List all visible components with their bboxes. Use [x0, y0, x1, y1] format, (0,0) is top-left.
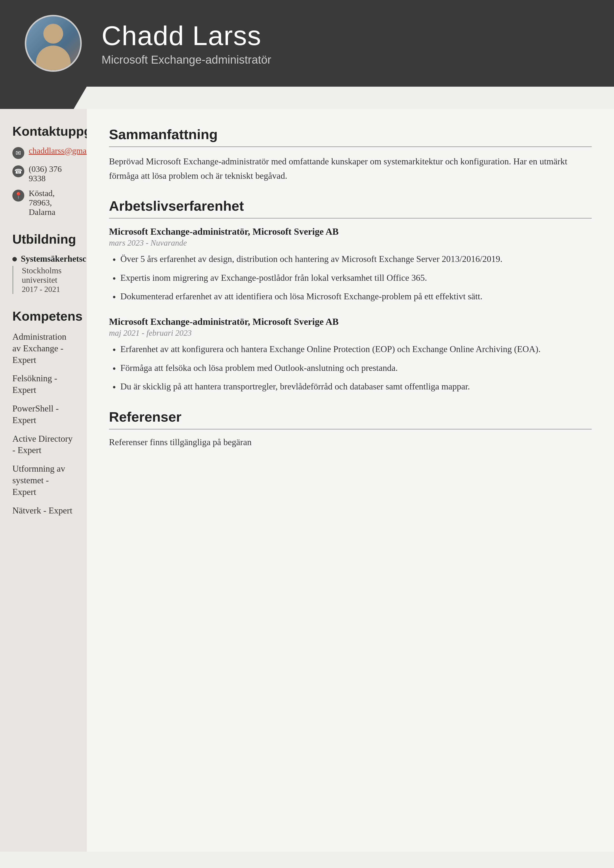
skill-item-2: Felsökning - Expert — [12, 373, 74, 396]
skill-item-1: Administration av Exchange - Expert — [12, 331, 74, 366]
job-2-bullet-3: Du är skicklig på att hantera transportr… — [109, 380, 592, 394]
job-1-title: Microsoft Exchange-administratör, Micros… — [109, 226, 592, 237]
location-value: Köstad, 78963, Dalarna — [29, 189, 74, 217]
phone-value: (036) 376 9338 — [29, 164, 74, 183]
summary-section: Sammanfattning Beprövad Microsoft Exchan… — [109, 126, 592, 183]
right-column: Sammanfattning Beprövad Microsoft Exchan… — [87, 109, 614, 852]
location-icon: 📍 — [12, 190, 24, 202]
job-2-date: maj 2021 - februari 2023 — [109, 329, 592, 338]
skills-heading: Kompetens — [12, 309, 74, 324]
body-layout: Kontaktuppgifter ✉ chaddlarss@gmail.com … — [0, 109, 614, 852]
job-1-date: mars 2023 - Nuvarande — [109, 239, 592, 248]
education-item: Systemsäkerhetscertifikat Stockholms uni… — [12, 254, 74, 294]
job-2: Microsoft Exchange-administratör, Micros… — [109, 316, 592, 394]
references-text: Referenser finns tillgängliga på begäran — [109, 437, 592, 447]
edu-bullet-icon — [12, 257, 17, 262]
email-icon: ✉ — [12, 147, 24, 159]
education-heading: Utbildning — [12, 232, 74, 246]
job-2-bullet-1: Erfarenhet av att konfigurera och hanter… — [109, 342, 592, 356]
job-1-bullet-1: Över 5 års erfarenhet av design, distrib… — [109, 252, 592, 267]
edu-years: 2017 - 2021 — [12, 285, 74, 294]
job-1: Microsoft Exchange-administratör, Micros… — [109, 226, 592, 304]
phone-icon: ☎ — [12, 165, 24, 177]
edu-degree: Systemsäkerhetscertifikat — [12, 254, 74, 264]
job-1-bullet-3: Dokumenterad erfarenhet av att identifie… — [109, 290, 592, 304]
contact-section: Kontaktuppgifter ✉ chaddlarss@gmail.com … — [12, 124, 74, 217]
skill-item-5: Utformning av systemet - Expert — [12, 463, 74, 498]
job-2-title: Microsoft Exchange-administratör, Micros… — [109, 316, 592, 327]
chevron-left — [0, 87, 87, 109]
summary-text: Beprövad Microsoft Exchange-administratö… — [109, 155, 592, 183]
skills-section: Kompetens Administration av Exchange - E… — [12, 309, 74, 516]
job-2-bullets: Erfarenhet av att konfigurera och hanter… — [109, 342, 592, 394]
header-info: Chadd Larss Microsoft Exchange-administr… — [101, 20, 271, 67]
job-2-bullet-2: Förmåga att felsöka och lösa problem med… — [109, 361, 592, 375]
experience-heading: Arbetslivserfarenhet — [109, 198, 592, 219]
skill-item-3: PowerShell - Expert — [12, 403, 74, 426]
job-1-bullets: Över 5 års erfarenhet av design, distrib… — [109, 252, 592, 304]
header: Chadd Larss Microsoft Exchange-administr… — [0, 0, 614, 87]
contact-phone-item: ☎ (036) 376 9338 — [12, 164, 74, 183]
candidate-title: Microsoft Exchange-administratör — [101, 53, 271, 67]
references-heading: Referenser — [109, 409, 592, 429]
skill-item-6: Nätverk - Expert — [12, 505, 74, 516]
left-column: Kontaktuppgifter ✉ chaddlarss@gmail.com … — [0, 109, 87, 852]
edu-school: Stockholms universitet — [12, 266, 74, 285]
chevron-right — [87, 87, 614, 109]
experience-section: Arbetslivserfarenhet Microsoft Exchange-… — [109, 198, 592, 394]
summary-heading: Sammanfattning — [109, 126, 592, 147]
chevron-decoration — [0, 87, 614, 109]
skill-item-4: Active Directory - Expert — [12, 433, 74, 456]
candidate-name: Chadd Larss — [101, 20, 271, 51]
education-section: Utbildning Systemsäkerhetscertifikat Sto… — [12, 232, 74, 294]
avatar — [25, 15, 82, 72]
contact-heading: Kontaktuppgifter — [12, 124, 74, 139]
contact-location-item: 📍 Köstad, 78963, Dalarna — [12, 189, 74, 217]
job-1-bullet-2: Expertis inom migrering av Exchange-post… — [109, 271, 592, 285]
references-section: Referenser Referenser finns tillgängliga… — [109, 409, 592, 447]
contact-email-item: ✉ chaddlarss@gmail.com — [12, 146, 74, 159]
